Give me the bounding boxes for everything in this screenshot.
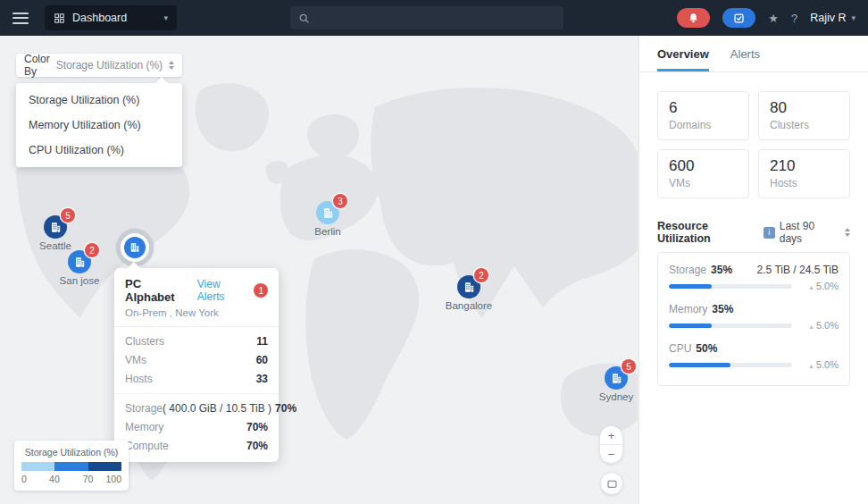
delta-value: 5.0% <box>816 359 839 370</box>
stat-value: 33 <box>256 373 268 385</box>
global-search[interactable] <box>290 6 563 29</box>
metric-label: Compute <box>125 440 169 452</box>
tooltip-metric-row: Storage( 400.0 GiB / 10.5 TiB )70% <box>125 402 268 415</box>
select-caret-icon <box>845 228 850 237</box>
option-memory-utilization[interactable]: Memory Utilization (%) <box>16 113 182 138</box>
progress-fill <box>669 284 712 289</box>
stat-value: 6 <box>669 99 738 117</box>
time-range-select[interactable]: Last 90 days <box>780 220 839 245</box>
map-marker-san-jose[interactable]: 2 San jose <box>68 250 91 273</box>
marker-city-label: San jose <box>60 275 100 286</box>
color-by-dropdown: Storage Utilization (%) Memory Utilizati… <box>16 83 182 167</box>
resource-percent: 50% <box>696 342 717 355</box>
progress-track <box>669 284 792 289</box>
legend-color-scale <box>21 462 121 471</box>
alert-count-badge: 2 <box>474 268 488 282</box>
delta-value: 5.0% <box>816 320 839 331</box>
zoom-out-button[interactable]: − <box>600 445 622 463</box>
legend-segment-low <box>21 462 54 471</box>
color-by-select[interactable]: Color By Storage Utilization (%) <box>16 54 182 77</box>
marker-city-label: Sydney <box>599 391 633 402</box>
search-icon <box>298 13 310 24</box>
fit-to-screen-button[interactable] <box>600 472 623 495</box>
resource-utilization-header: Resource Utilization i Last 90 days <box>639 204 868 252</box>
user-name: Rajiv R <box>810 12 846 24</box>
map-marker-sydney[interactable]: 5 Sydney <box>605 366 628 390</box>
resource-label: Memory <box>669 303 707 315</box>
progress-track <box>669 323 792 328</box>
grid-icon <box>54 13 65 24</box>
tooltip-metric-row: Memory70% <box>125 421 268 433</box>
building-icon <box>321 206 335 220</box>
stat-label: Domains <box>669 119 738 131</box>
stat-label: VMs <box>125 354 146 366</box>
building-icon <box>463 281 476 294</box>
resource-label: CPU <box>669 342 691 355</box>
color-by-selected-value: Storage Utilization (%) <box>56 59 163 71</box>
panel-tabs: Overview Alerts <box>639 36 868 72</box>
building-icon <box>49 221 63 234</box>
resource-percent: 35% <box>711 264 732 276</box>
legend-ticks: 0 40 70 100 <box>21 474 121 485</box>
delta-badge: ▲5.0% <box>799 359 839 370</box>
tooltip-metric-row: Compute70% <box>125 440 268 452</box>
map-zoom-control: + − <box>599 425 623 464</box>
chevron-down-icon: ▾ <box>851 13 855 22</box>
tasks-button[interactable] <box>722 8 755 28</box>
map-marker-berlin[interactable]: 3 Berlin <box>316 201 339 224</box>
stat-label: Hosts <box>770 177 839 189</box>
bell-icon <box>688 13 699 24</box>
search-input[interactable] <box>316 12 555 24</box>
stat-card-domains: 6 Domains <box>657 91 749 140</box>
tasks-check-icon <box>733 13 745 24</box>
user-menu[interactable]: Rajiv R ▾ <box>810 12 855 24</box>
stats-grid: 6 Domains 80 Clusters 600 VMs 210 Hosts <box>639 72 868 204</box>
fit-bounds-icon <box>606 478 618 490</box>
metric-label: Memory <box>125 421 163 433</box>
tab-alerts[interactable]: Alerts <box>730 47 760 71</box>
stat-value: 60 <box>256 354 268 366</box>
calendar-info-icon: i <box>764 227 775 239</box>
progress-fill <box>669 323 712 328</box>
alert-count-badge: 5 <box>61 208 75 223</box>
stat-value: 600 <box>669 157 738 175</box>
hamburger-menu-icon[interactable] <box>13 9 29 28</box>
tooltip-stat-row: Hosts33 <box>125 373 268 385</box>
progress-fill <box>669 363 730 367</box>
metric-value: 70% <box>246 440 268 452</box>
map-marker-seattle[interactable]: 5 Seattle <box>44 215 67 239</box>
help-icon[interactable]: ? <box>791 12 797 25</box>
metric-detail: ( 400.0 GiB / 10.5 TiB ) <box>163 402 271 415</box>
building-icon <box>73 256 87 269</box>
map-marker-bangalore[interactable]: 2 Bangalore <box>457 275 480 298</box>
legend-segment-mid <box>54 462 88 471</box>
delta-up-icon: ▲ <box>808 363 814 369</box>
map-marker-new-york-selected[interactable] <box>124 237 146 258</box>
option-cpu-utilization[interactable]: CPU Utilization (%) <box>16 138 182 163</box>
tooltip-stat-row: VMs60 <box>125 354 268 366</box>
favorites-star-icon[interactable]: ★ <box>768 12 779 25</box>
tooltip-subtitle: On-Prem , New York <box>125 307 268 318</box>
alerts-bell-button[interactable] <box>677 8 710 28</box>
stat-card-vms: 600 VMs <box>657 149 749 198</box>
tooltip-title: PC Alphabet <box>125 277 192 304</box>
tab-overview[interactable]: Overview <box>657 47 709 71</box>
summary-panel: Overview Alerts 6 Domains 80 Clusters 60… <box>638 36 868 504</box>
metric-value: 70% <box>246 421 268 433</box>
delta-up-icon: ▲ <box>808 323 814 330</box>
progress-track <box>669 363 792 367</box>
stat-label: VMs <box>669 177 738 189</box>
zoom-in-button[interactable]: + <box>600 426 622 444</box>
resource-label: Storage <box>669 264 706 276</box>
view-alerts-link[interactable]: View Alerts <box>197 278 249 303</box>
legend-tick: 0 <box>21 474 27 484</box>
select-caret-icon <box>169 61 174 70</box>
cluster-tooltip: PC Alphabet View Alerts 1 On-Prem , New … <box>114 268 279 462</box>
stat-card-clusters: 80 Clusters <box>758 91 850 140</box>
cluster-marker-circle[interactable] <box>124 237 146 258</box>
option-storage-utilization[interactable]: Storage Utilization (%) <box>16 88 182 113</box>
resource-utilization-card: Storage 35% 2.5 TiB / 24.5 TiB ▲5.0% Mem… <box>657 252 850 386</box>
resource-capacity: 2.5 TiB / 24.5 TiB <box>757 264 839 276</box>
alert-count-badge: 3 <box>333 194 347 208</box>
dashboard-switcher-button[interactable]: Dashboard ▾ <box>45 5 177 30</box>
